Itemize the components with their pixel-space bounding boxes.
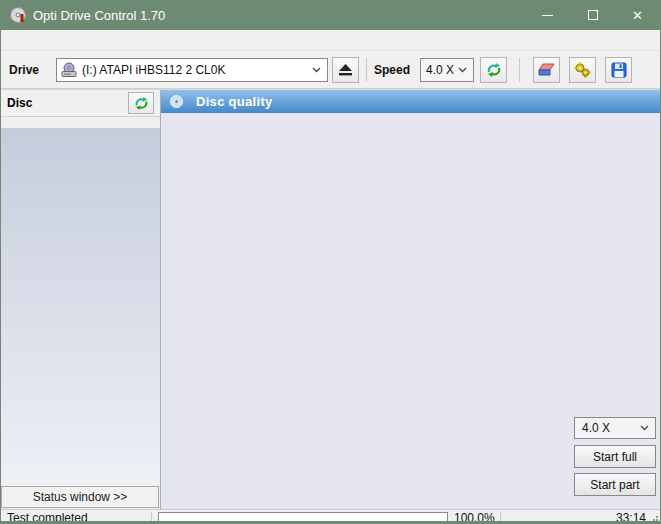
speed-select-value: 4.0 X (426, 63, 454, 77)
chevron-down-icon (458, 67, 467, 73)
content-title: Disc quality (196, 94, 273, 109)
disc-panel-title: Disc (7, 96, 128, 110)
eraser-icon (538, 63, 556, 77)
speed-label: Speed (374, 63, 410, 77)
result-speed-value: 4.0 X (582, 421, 610, 435)
progress-bar (158, 512, 448, 524)
progress-percent: 100.0% (448, 511, 500, 524)
status-text: Test completed (1, 511, 151, 524)
toolbar: Drive (I:) ATAPI iHBS112 2 CL0K Speed 4.… (1, 51, 660, 89)
drive-icon (61, 62, 78, 78)
bis-jitter-chart (161, 279, 660, 415)
top-chart-legend (161, 113, 660, 128)
close-icon: ✕ (632, 8, 643, 23)
refresh-disc-button[interactable] (128, 92, 154, 114)
app-icon (9, 6, 27, 24)
maximize-button[interactable] (570, 0, 615, 30)
chevron-down-icon (640, 425, 649, 431)
sidebar: Disc Status window >> (1, 89, 161, 509)
bottom-chart-legend (161, 264, 660, 279)
toolbar-separator (519, 58, 520, 82)
save-button[interactable] (605, 57, 632, 83)
status-bar: Test completed 100.0% 33:14 (1, 509, 660, 524)
drive-label: Drive (9, 63, 39, 77)
drive-select-value: (I:) ATAPI iHBS112 2 CL0K (82, 63, 225, 77)
start-part-button[interactable]: Start part (574, 473, 656, 496)
window-title: Opti Drive Control 1.70 (33, 8, 525, 23)
minimize-icon (542, 15, 553, 16)
eject-icon (338, 63, 353, 76)
settings-icon (574, 62, 591, 78)
close-button[interactable]: ✕ (615, 0, 660, 30)
title-bar: Opti Drive Control 1.70 ✕ (1, 0, 660, 30)
status-window-button[interactable]: Status window >> (1, 486, 159, 508)
result-speed-select[interactable]: 4.0 X (574, 417, 656, 439)
stats-panel: 4.0 X Start full Start part (161, 415, 660, 506)
settings-button[interactable] (569, 57, 596, 83)
toolbar-separator (366, 58, 367, 82)
disc-info-panel (1, 117, 160, 129)
drive-select[interactable]: (I:) ATAPI iHBS112 2 CL0K (56, 58, 328, 82)
ldc-read-speed-chart (161, 128, 660, 264)
refresh-icon (486, 62, 502, 78)
disc-quality-icon (169, 94, 184, 109)
refresh-button[interactable] (480, 57, 507, 83)
app-window: Opti Drive Control 1.70 ✕ Drive (I:) ATA… (0, 0, 661, 524)
minimize-button[interactable] (525, 0, 570, 30)
menu-bar (1, 30, 660, 51)
start-full-button[interactable]: Start full (574, 445, 656, 468)
maximize-icon (588, 10, 598, 20)
save-icon (611, 62, 627, 78)
sidebar-spacer (1, 129, 160, 485)
resize-grip[interactable] (649, 515, 658, 524)
erase-disc-button[interactable] (533, 57, 560, 83)
eject-button[interactable] (332, 57, 359, 83)
statusbar-separator (151, 512, 152, 524)
content-panel: Disc quality 4.0 X Start full Start part (161, 89, 660, 509)
elapsed-time: 33:14 (501, 511, 660, 524)
refresh-icon (134, 96, 149, 111)
speed-select[interactable]: 4.0 X (420, 58, 474, 82)
chevron-down-icon (312, 67, 321, 73)
